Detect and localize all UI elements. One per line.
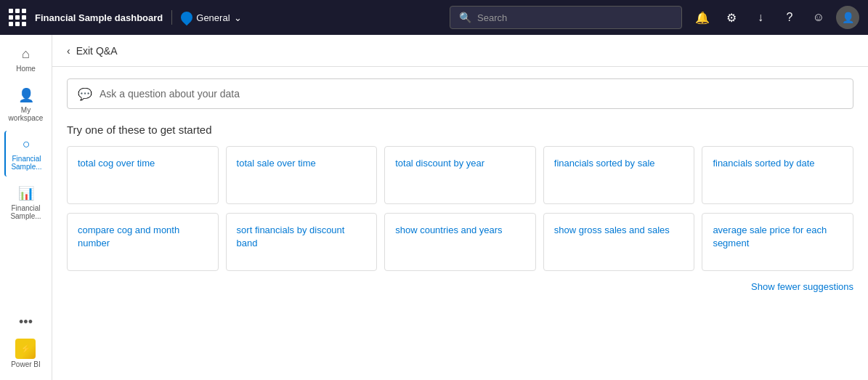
- show-fewer-section: Show fewer suggestions: [67, 280, 853, 293]
- sidebar-powerbi[interactable]: ⚡ Power BI: [11, 339, 41, 368]
- home-icon: ⌂: [22, 47, 30, 62]
- sidebar-item-financial-sample-1[interactable]: ○ Financial Sample...: [4, 131, 48, 177]
- show-fewer-link[interactable]: Show fewer suggestions: [751, 281, 853, 292]
- sidebar-item-label: My workspace: [7, 106, 45, 122]
- suggestions-row-2: compare cog and month number sort financ…: [67, 213, 853, 271]
- sidebar-item-home[interactable]: ⌂ Home: [4, 41, 48, 78]
- bell-icon[interactable]: 🔔: [691, 6, 714, 29]
- sidebar-item-label: Home: [16, 65, 36, 73]
- qna-input-box[interactable]: 💬: [67, 78, 853, 109]
- dashboard-icon: ○: [23, 137, 31, 152]
- suggestion-financials-sorted-by-sale[interactable]: financials sorted by sale: [543, 146, 695, 204]
- sidebar-item-label: Financial Sample...: [9, 155, 45, 171]
- sidebar-more-button[interactable]: •••: [13, 309, 38, 336]
- suggestion-show-gross-sales[interactable]: show gross sales and sales: [543, 213, 695, 271]
- sidebar-item-my-workspace[interactable]: 👤 My workspace: [4, 81, 48, 128]
- main-content: ‹ Exit Q&A 💬 Try one of these to get sta…: [52, 35, 868, 380]
- suggestion-financials-sorted-by-date[interactable]: financials sorted by date: [702, 146, 853, 204]
- sidebar-item-financial-sample-2[interactable]: 📊 Financial Sample...: [4, 179, 48, 226]
- nav-icon-group: 🔔 ⚙ ↓ ? ☺ 👤: [691, 6, 859, 29]
- exit-qna-button[interactable]: ‹ Exit Q&A: [67, 45, 117, 57]
- suggestion-show-countries-years[interactable]: show countries and years: [384, 213, 536, 271]
- workspace-label: General: [196, 12, 230, 23]
- top-navigation: Financial Sample dashboard General ⌄ 🔍 🔔…: [0, 0, 868, 35]
- suggestion-total-sale-over-time[interactable]: total sale over time: [226, 146, 378, 204]
- powerbi-label: Power BI: [11, 360, 41, 368]
- suggestions-title: Try one of these to get started: [67, 124, 853, 136]
- qna-area: 💬 Try one of these to get started total …: [52, 67, 868, 380]
- person-icon: 👤: [18, 87, 34, 103]
- chart-icon: 📊: [18, 185, 34, 201]
- help-icon[interactable]: ?: [778, 6, 801, 29]
- user-avatar[interactable]: 👤: [836, 6, 859, 29]
- suggestion-total-cog-over-time[interactable]: total cog over time: [67, 146, 219, 204]
- subheader: ‹ Exit Q&A: [52, 35, 868, 67]
- app-title: Financial Sample dashboard: [35, 12, 163, 23]
- suggestion-sort-financials-discount[interactable]: sort financials by discount band: [226, 213, 378, 271]
- suggestions-row-1: total cog over time total sale over time…: [67, 146, 853, 204]
- main-layout: ⌂ Home 👤 My workspace ○ Financial Sample…: [0, 35, 868, 380]
- waffle-menu[interactable]: [9, 9, 26, 26]
- exit-qna-label: Exit Q&A: [76, 45, 118, 57]
- sidebar-item-label: Financial Sample...: [7, 204, 45, 220]
- shield-icon: [179, 9, 195, 26]
- sidebar: ⌂ Home 👤 My workspace ○ Financial Sample…: [0, 35, 52, 380]
- chevron-down-icon: ⌄: [234, 12, 242, 23]
- powerbi-logo: ⚡: [15, 339, 36, 359]
- suggestion-total-discount-by-year[interactable]: total discount by year: [384, 146, 536, 204]
- search-icon: 🔍: [459, 12, 471, 23]
- feedback-icon[interactable]: ☺: [807, 6, 830, 29]
- nav-divider: [171, 10, 172, 25]
- download-icon[interactable]: ↓: [749, 6, 772, 29]
- qna-input[interactable]: [100, 88, 843, 100]
- workspace-badge[interactable]: General ⌄: [181, 12, 241, 23]
- suggestion-compare-cog-month[interactable]: compare cog and month number: [67, 213, 219, 271]
- search-box[interactable]: 🔍: [450, 6, 682, 29]
- search-input[interactable]: [477, 12, 673, 23]
- settings-icon[interactable]: ⚙: [720, 6, 743, 29]
- chat-icon: 💬: [78, 87, 92, 101]
- chevron-left-icon: ‹: [67, 45, 70, 57]
- suggestion-average-sale-price[interactable]: average sale price for each segment: [702, 213, 853, 271]
